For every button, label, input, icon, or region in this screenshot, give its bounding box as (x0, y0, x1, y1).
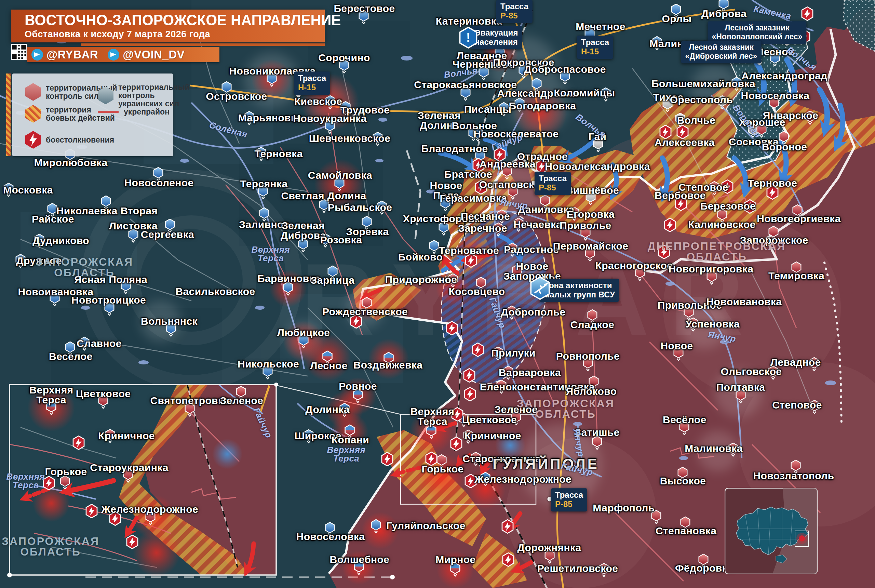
callout-road: ТрассаР-85 (496, 0, 532, 23)
callout-road: ТрассаН-15 (294, 72, 330, 95)
legend: территориальный контроль сил РФ территор… (12, 74, 173, 156)
legend-item-clashes: боестолкновения (25, 131, 114, 149)
svg-text:!: ! (466, 30, 470, 45)
telegram-icon (108, 49, 119, 60)
ukraine-minimap (725, 488, 818, 574)
battle-zone-icon (25, 105, 41, 123)
legend-item-fortification: укрепрайон (98, 108, 169, 116)
fortification-line-icon (98, 111, 119, 113)
current-area-dot (799, 536, 805, 542)
ua-control-icon (98, 87, 114, 104)
telegram-handle-voin-dv: @VOIN_DV (123, 48, 184, 61)
legend-item-ua-control: территориальный контроль украинских сил (98, 83, 190, 108)
legend-accent-bar (6, 74, 10, 156)
callout-warn: Эвакуациянаселения (470, 26, 522, 49)
callout-forest: Лесной заказник«Новопавловский лес» (707, 21, 806, 44)
callout-road: ТрассаН-15 (577, 36, 613, 59)
callout-road: ТрассаР-85 (551, 488, 587, 512)
rf-control-icon (25, 83, 41, 101)
callout-road: ТрассаР-85 (535, 172, 571, 195)
callout-icon-exclamation: ! (458, 27, 478, 48)
page-title: ВОСТОЧНО-ЗАПОРОЖСКОЕ НАПРАВЛЕНИЕ (25, 12, 307, 28)
map-poster: RYBAR (0, 0, 875, 588)
title-box: ВОСТОЧНО-ЗАПОРОЖСКОЕ НАПРАВЛЕНИЕ Обстано… (11, 10, 325, 42)
qr-code (11, 44, 27, 60)
decor-strip (81, 44, 325, 46)
telegram-handle-rybar: @RYBAR (46, 48, 98, 61)
page-subtitle: Обстановка к исходу 7 марта 2026 года (25, 29, 325, 40)
telegram-banner: @RYBAR @VOIN_DV (27, 47, 219, 62)
telegram-icon (31, 49, 43, 60)
clashes-icon (25, 131, 41, 149)
callout-forest: Лесной заказник«Дибровский лес» (681, 40, 761, 63)
callout-icon-rifle (529, 277, 551, 300)
callout-rifle: Зона активностималых групп ВСУ (540, 279, 619, 302)
